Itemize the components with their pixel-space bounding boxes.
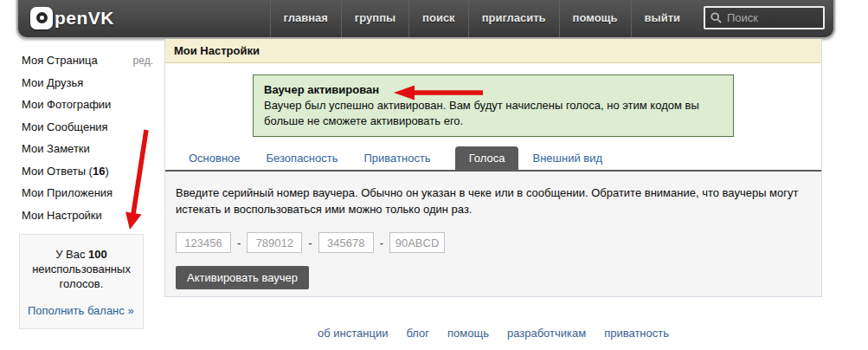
- page: penVK главная группы поиск пригласить по…: [0, 0, 868, 350]
- nav-menu: главная группы поиск пригласить помощь в…: [270, 0, 693, 37]
- top-navbar: penVK главная группы поиск пригласить по…: [16, 0, 835, 39]
- tab-votes[interactable]: Голоса: [455, 146, 519, 170]
- sidebar-item-my-notes[interactable]: Мои Заметки: [22, 142, 153, 165]
- success-message-title: Ваучер активирован: [264, 82, 723, 98]
- footer-link-blog[interactable]: блог: [406, 327, 429, 340]
- footer-link-help[interactable]: помощь: [447, 327, 489, 340]
- sidebar-edit-link[interactable]: ред.: [133, 55, 153, 67]
- nav-item-home[interactable]: главная: [270, 0, 341, 37]
- balance-text: У Вас 100 неиспользованных голосов.: [28, 247, 135, 291]
- footer: об инстанции блог помощь разработчикам п…: [164, 327, 822, 340]
- voucher-field-3[interactable]: [318, 232, 374, 253]
- success-message: Ваучер активирован Ваучер был успешно ак…: [253, 75, 734, 137]
- logo-text: penVK: [55, 8, 114, 29]
- tab-security[interactable]: Безопасность: [265, 146, 340, 170]
- sidebar-item-my-apps[interactable]: Мои Приложения: [22, 186, 153, 209]
- nav-item-help[interactable]: помощь: [559, 0, 631, 37]
- activate-voucher-button[interactable]: Активировать ваучер: [176, 266, 309, 289]
- sidebar-item-my-settings[interactable]: Мои Настройки: [22, 209, 153, 231]
- success-message-body: Ваучер был успешно активирован. Вам буду…: [264, 98, 723, 129]
- openvk-logo-icon: [30, 7, 53, 29]
- sidebar-item-label[interactable]: Моя Страница: [22, 54, 98, 67]
- search-input[interactable]: [727, 11, 818, 24]
- sidebar-item-my-messages[interactable]: Мои Сообщения: [22, 120, 153, 143]
- navbar-inner: penVK главная группы поиск пригласить по…: [18, 0, 833, 37]
- balance-box: У Вас 100 неиспользованных голосов. Попо…: [19, 234, 144, 329]
- navbar-search-box[interactable]: [704, 6, 825, 29]
- nav-item-search[interactable]: поиск: [408, 0, 468, 37]
- voucher-field-2[interactable]: [247, 232, 302, 253]
- nav-item-logout[interactable]: выйти: [631, 0, 693, 37]
- footer-link-developers[interactable]: разработчикам: [507, 327, 586, 340]
- votes-count: 100: [88, 248, 107, 261]
- sidebar-item-my-friends[interactable]: Мои Друзья: [22, 76, 153, 99]
- voucher-code-row: - - -: [176, 232, 811, 253]
- voucher-field-4[interactable]: [389, 232, 445, 253]
- votes-panel: Введите серийный номер ваучера. Обычно о…: [165, 172, 821, 296]
- top-up-balance-link[interactable]: Пополнить баланс »: [28, 304, 135, 317]
- nav-item-invite[interactable]: пригласить: [468, 0, 559, 37]
- main-content: Мои Настройки Ваучер активирован Ваучер …: [164, 39, 822, 297]
- tab-privacy[interactable]: Приватность: [363, 146, 433, 170]
- nav-item-groups[interactable]: группы: [341, 0, 408, 37]
- page-title: Мои Настройки: [165, 39, 821, 63]
- sidebar-item-my-answers[interactable]: Мои Ответы (16): [22, 165, 153, 187]
- voucher-field-1[interactable]: [176, 232, 231, 253]
- tab-general[interactable]: Основное: [187, 146, 242, 170]
- search-icon: [710, 12, 722, 23]
- tab-appearance[interactable]: Внешний вид: [530, 146, 604, 170]
- voucher-instructions: Введите серийный номер ваучера. Обычно о…: [176, 185, 812, 217]
- sidebar: Моя Страница ред. Мои Друзья Мои Фотогра…: [22, 54, 153, 230]
- footer-link-about[interactable]: об инстанции: [318, 327, 388, 340]
- sidebar-item-my-photos[interactable]: Мои Фотографии: [22, 98, 153, 120]
- answers-count: 16: [93, 165, 105, 178]
- settings-tabs: Основное Безопасность Приватность Голоса…: [165, 146, 821, 170]
- sidebar-item-my-page[interactable]: Моя Страница ред.: [22, 54, 153, 76]
- openvk-logo[interactable]: penVK: [30, 7, 114, 29]
- footer-link-privacy[interactable]: приватность: [604, 327, 669, 340]
- message-wrap: Ваучер активирован Ваучер был успешно ак…: [165, 63, 821, 137]
